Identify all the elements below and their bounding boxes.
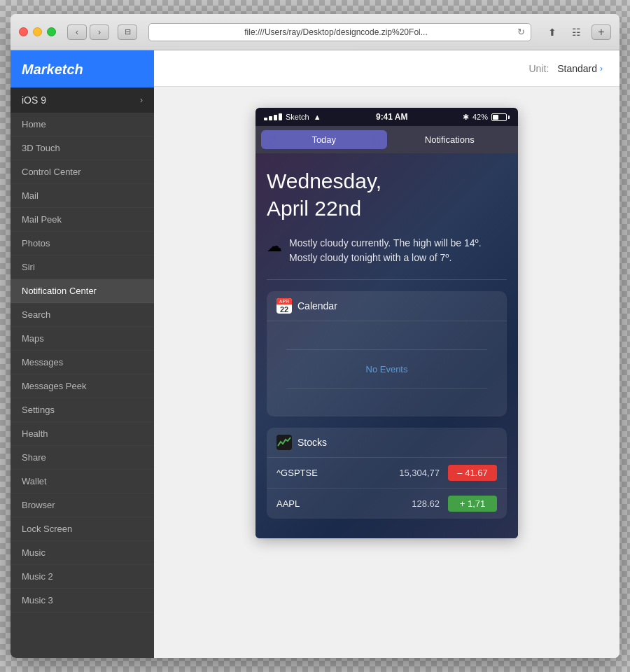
- traffic-lights: [19, 27, 56, 36]
- sidebar-item-label: Mail: [22, 190, 38, 201]
- signal-dot-2: [269, 116, 272, 120]
- cloud-icon: ☁: [267, 237, 282, 255]
- battery-icon: [491, 113, 510, 121]
- stock-symbol-aapl: AAPL: [276, 498, 412, 509]
- refresh-icon[interactable]: ↻: [517, 27, 525, 37]
- weather-text: Mostly cloudy currently. The high will b…: [289, 236, 507, 265]
- sidebar-item-label: Share: [22, 452, 46, 463]
- tab-today[interactable]: Today: [261, 130, 387, 149]
- notification-tabs: Today Notifications: [255, 126, 518, 153]
- browser-actions: ⬆ ☷: [542, 24, 586, 40]
- sidebar-item-label: Music 3: [22, 595, 53, 606]
- iphone-mockup: Sketch ▲ 9:41 AM ✱ 42%: [255, 108, 518, 538]
- address-bar[interactable]: file:///Users/ray/Desktop/designcode.zip…: [148, 23, 531, 41]
- tab-notifications[interactable]: Notifications: [387, 130, 513, 149]
- battery-tip: [508, 115, 510, 119]
- sidebar-item-wallet[interactable]: Wallet: [10, 470, 154, 493]
- sidebar-item-health[interactable]: Health: [10, 422, 154, 446]
- sidebar-section-title: iOS 9: [22, 94, 46, 106]
- tab-notifications-label: Notifications: [425, 134, 475, 145]
- cal-header-strip: APR: [276, 298, 292, 304]
- carrier-name: Sketch: [286, 113, 309, 121]
- sidebar-item-label: Photos: [22, 238, 50, 248]
- sidebar-item-maps[interactable]: Maps: [10, 327, 154, 351]
- minimize-button[interactable]: [33, 27, 42, 36]
- stocks-widget: Stocks ^GSPTSE 15,304,77 – 41.67 AAPL 12…: [267, 428, 507, 519]
- stock-row-gsptse: ^GSPTSE 15,304,77 – 41.67: [267, 458, 507, 489]
- back-button[interactable]: ‹: [67, 24, 87, 40]
- browser-window: ‹ › ⊟ file:///Users/ray/Desktop/designco…: [10, 14, 620, 658]
- wifi-icon: ▲: [314, 113, 321, 121]
- battery-percentage: 42%: [472, 113, 488, 121]
- sidebar-item-messages[interactable]: Messages: [10, 351, 154, 374]
- sidebar-item-label: Settings: [22, 405, 55, 415]
- forward-button[interactable]: ›: [90, 24, 109, 40]
- sidebar-item-home[interactable]: Home: [10, 113, 154, 136]
- unit-selector[interactable]: Unit: Standard ›: [528, 63, 603, 74]
- sidebar-item-mail-peek[interactable]: Mail Peek: [10, 208, 154, 232]
- sidebar-item-settings[interactable]: Settings: [10, 398, 154, 422]
- reading-list-button[interactable]: ☷: [566, 24, 586, 40]
- tab-button[interactable]: ⊟: [118, 24, 137, 40]
- stock-symbol-gsptse: ^GSPTSE: [276, 468, 399, 478]
- weather-widget: ☁ Mostly cloudy currently. The high will…: [267, 236, 507, 280]
- sidebar-item-label: Siri: [22, 262, 35, 272]
- date-display: Wednesday,April 22nd: [267, 167, 507, 222]
- unit-chevron-icon: ›: [600, 64, 603, 74]
- sidebar-item-messages-peek[interactable]: Messages Peek: [10, 374, 154, 398]
- sidebar-section-header[interactable]: iOS 9 ›: [10, 88, 154, 113]
- sidebar-item-label: Search: [22, 309, 50, 320]
- divider-bottom: [286, 388, 487, 388]
- status-right: ✱ 42%: [463, 113, 510, 122]
- sidebar-item-label: Home: [22, 119, 46, 130]
- sidebar-item-label: Mail Peek: [22, 214, 62, 225]
- phone-body: Wednesday,April 22nd ☁ Mostly cloudy cur…: [255, 153, 518, 538]
- cal-date: 22: [276, 304, 292, 314]
- sidebar-item-siri[interactable]: Siri: [10, 255, 154, 279]
- sidebar-item-mail[interactable]: Mail: [10, 184, 154, 208]
- calendar-widget: APR 22 Calendar No Events: [267, 291, 507, 416]
- sidebar-item-notification-center[interactable]: Notification Center: [10, 279, 154, 303]
- sidebar-item-browser[interactable]: Browser: [10, 493, 154, 517]
- sidebar-item-lock-screen[interactable]: Lock Screen: [10, 517, 154, 541]
- unit-label: Unit:: [528, 63, 549, 74]
- share-button[interactable]: ⬆: [542, 24, 562, 40]
- sidebar-item-music2[interactable]: Music 2: [10, 565, 154, 589]
- calendar-icon: APR 22: [276, 298, 292, 314]
- calendar-title: Calendar: [298, 300, 337, 312]
- fullscreen-button[interactable]: [47, 27, 56, 36]
- sidebar-logo: Marketch: [22, 62, 83, 78]
- sidebar-item-photos[interactable]: Photos: [10, 232, 154, 255]
- sidebar-item-label: Control Center: [22, 167, 81, 177]
- phone-container: Sketch ▲ 9:41 AM ✱ 42%: [154, 87, 620, 658]
- sidebar-item-search[interactable]: Search: [10, 303, 154, 327]
- nav-buttons: ‹ ›: [67, 24, 109, 40]
- close-button[interactable]: [19, 27, 28, 36]
- new-tab-button[interactable]: +: [592, 24, 611, 40]
- sidebar-item-label: Lock Screen: [22, 524, 72, 534]
- main-content: Unit: Standard ›: [154, 50, 620, 658]
- sidebar-item-control-center[interactable]: Control Center: [10, 160, 154, 184]
- sidebar-item-label: Browser: [22, 500, 55, 510]
- sidebar-item-share[interactable]: Share: [10, 446, 154, 470]
- sidebar-item-music[interactable]: Music: [10, 541, 154, 565]
- sidebar-item-3dtouch[interactable]: 3D Touch: [10, 136, 154, 160]
- address-text: file:///Users/ray/Desktop/designcode.zip…: [155, 27, 517, 37]
- browser-content: Marketch iOS 9 › Home 3D Touch Control C…: [10, 50, 620, 658]
- stocks-header: Stocks: [267, 428, 507, 458]
- calendar-widget-header: APR 22 Calendar: [267, 291, 507, 321]
- signal-dot-4: [279, 113, 282, 120]
- sidebar-item-label: Music 2: [22, 571, 53, 582]
- sidebar-item-label: Messages Peek: [22, 381, 87, 391]
- sidebar-item-music3[interactable]: Music 3: [10, 589, 154, 612]
- no-events-text: No Events: [366, 364, 408, 374]
- stock-price-gsptse: 15,304,77: [399, 468, 440, 478]
- sidebar-item-label: Music: [22, 547, 46, 558]
- sidebar-item-label: 3D Touch: [22, 143, 60, 153]
- stocks-chart-icon: [276, 435, 292, 450]
- stocks-icon: [276, 435, 292, 450]
- date-text: Wednesday,April 22nd: [267, 167, 507, 222]
- battery-body: [491, 113, 507, 121]
- sidebar: Marketch iOS 9 › Home 3D Touch Control C…: [10, 50, 154, 658]
- signal-dot-1: [264, 118, 267, 120]
